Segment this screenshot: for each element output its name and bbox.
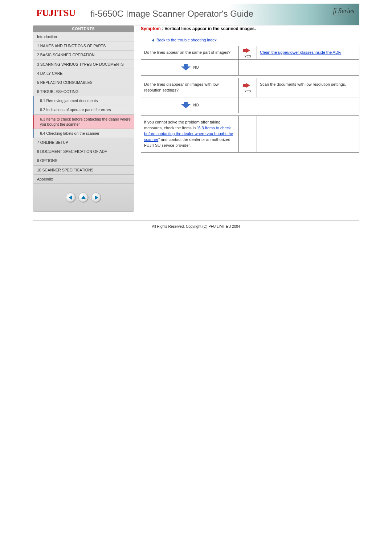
spacer xyxy=(239,116,257,153)
spacer xyxy=(239,97,359,113)
page-footer: All Rights Reserved, Copyright (C) PFU L… xyxy=(33,220,359,228)
spacer xyxy=(257,116,359,153)
nav-chapter-1[interactable]: 1 NAMES AND FUNCTIONS OF PARTS xyxy=(33,41,134,50)
answer-1-link[interactable]: Clean the upper/lower glasses inside the… xyxy=(260,50,341,54)
nav-chapter-8[interactable]: 8 DOCUMENT SPECIFICATION OF ADF xyxy=(33,147,134,156)
next-page-button[interactable] xyxy=(91,193,101,203)
nav-chapter-4[interactable]: 4 DAILY CARE xyxy=(33,69,134,78)
nav-chapter-10[interactable]: 10 SCANNER SPECIFICATIONS xyxy=(33,166,134,175)
symptom-label: Symptom xyxy=(141,26,161,31)
fi-series-badge: fi Series xyxy=(332,7,356,16)
nav-chapter-9[interactable]: 9 OPTIONS xyxy=(33,156,134,165)
nav-6-4[interactable]: 6.4 Checking labels on the scanner xyxy=(33,129,134,138)
no-label-2: NO xyxy=(193,103,199,107)
back-arrow-icon xyxy=(152,39,154,42)
yes-arrow-2: YES xyxy=(239,78,257,97)
yes-label-1: YES xyxy=(244,54,251,58)
arrow-down-icon xyxy=(181,64,191,70)
nav-chapter-2[interactable]: 2 BASIC SCANNER OPERATION xyxy=(33,50,134,60)
arrow-down-icon xyxy=(181,102,191,108)
nav-6-2[interactable]: 6.2 Indications of operator panel for er… xyxy=(33,105,134,114)
yes-label-2: YES xyxy=(244,89,251,93)
nav-introduction[interactable]: Introduction xyxy=(33,32,134,41)
page-header: FUJITSU fi-5650C Image Scanner Operator'… xyxy=(33,4,359,25)
final-step: If you cannot solve the problem after ta… xyxy=(141,116,239,153)
no-label-1: NO xyxy=(193,65,199,69)
no-arrow-1: NO xyxy=(141,60,239,76)
nav-chapter-7[interactable]: 7 ONLINE SETUP xyxy=(33,138,134,147)
nav-controls xyxy=(33,184,134,203)
symptom-text: : Vertical lines appear in the scanned i… xyxy=(161,26,256,31)
no-arrow-2: NO xyxy=(141,97,239,113)
nav-6-1[interactable]: 6.1 Removing jammed documents xyxy=(33,96,134,105)
prev-page-button[interactable] xyxy=(66,193,76,203)
arrow-right-icon xyxy=(246,83,250,88)
contents-header: CONTENTS xyxy=(33,26,134,32)
main-content: Symptom : Vertical lines appear in the s… xyxy=(141,25,359,153)
yes-arrow-1: YES xyxy=(239,46,257,60)
question-2: Do the lines disappear on images with lo… xyxy=(141,78,239,97)
page-title: fi-5650C Image Scanner Operator's Guide xyxy=(83,9,253,19)
answer-2: Scan the documents with low resolution s… xyxy=(257,78,359,97)
nav-chapter-5[interactable]: 5 REPLACING CONSUMABLES xyxy=(33,78,134,87)
back-to-index-link[interactable]: Back to the trouble shooting index xyxy=(156,38,217,42)
troubleshoot-flow: Do the lines appear on the same part of … xyxy=(141,46,359,153)
answer-1: Clean the upper/lower glasses inside the… xyxy=(257,46,359,60)
nav-appendix[interactable]: Appendix xyxy=(33,175,134,184)
nav-6-3[interactable]: 6.3 Items to check before contacting the… xyxy=(33,115,134,129)
nav-chapter-6[interactable]: 6 TROUBLESHOOTING xyxy=(33,87,134,96)
symptom-heading: Symptom : Vertical lines appear in the s… xyxy=(141,26,359,31)
top-page-button[interactable] xyxy=(78,193,89,203)
sidebar: CONTENTS Introduction 1 NAMES AND FUNCTI… xyxy=(33,25,134,212)
nav-chapter-3[interactable]: 3 SCANNING VARIOUS TYPES OF DOCUMENTS xyxy=(33,60,134,69)
arrow-right-icon xyxy=(246,48,250,53)
question-1: Do the lines appear on the same part of … xyxy=(141,46,239,60)
spacer xyxy=(239,60,359,76)
fujitsu-logo: FUJITSU xyxy=(33,8,83,18)
